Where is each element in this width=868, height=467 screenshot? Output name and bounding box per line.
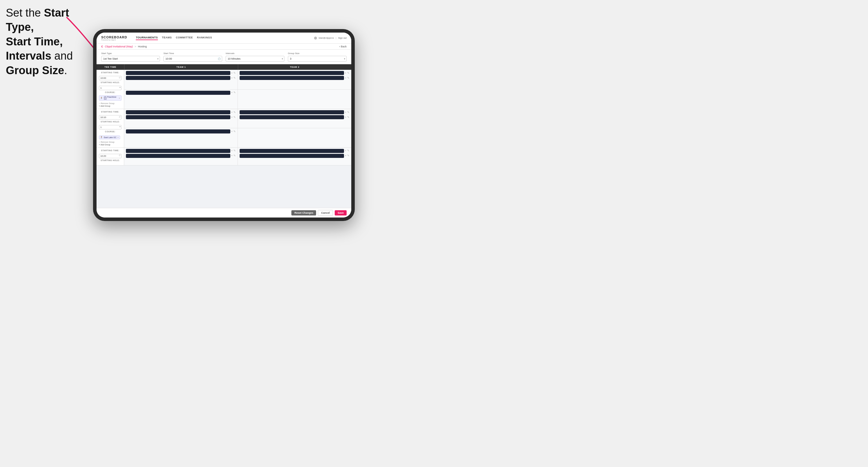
course-name-1: (A) Peachtree GC — [104, 96, 118, 100]
player-e-2a-t2-1[interactable]: ✎ — [347, 111, 349, 114]
group-size-select[interactable]: 3 4 2 — [288, 56, 347, 62]
player-e-2a-t1-2[interactable]: ✎ — [234, 116, 236, 119]
group-row-3: STARTING TIME: ⏱ STARTING HOLE: — [97, 148, 351, 165]
col-header-team2: Team 2 — [238, 64, 351, 70]
player-edit-btn-1b-t1[interactable]: ✎ — [234, 91, 236, 94]
back-link[interactable]: ‹ Back — [339, 45, 347, 48]
nav-bar: SCOREBOARD Powered by clipp'd TOURNAMENT… — [97, 33, 351, 43]
player-input-2a-t1-1[interactable] — [126, 110, 230, 114]
player-x-3a-t2-1[interactable]: × — [345, 150, 346, 152]
player-input-2a-t1-2[interactable] — [126, 115, 230, 119]
player-x-2a-t1-1[interactable]: × — [231, 111, 232, 114]
player-x-3a-t1-2[interactable]: × — [231, 154, 232, 157]
team-row-1a: × ✎ × ✎ — [124, 70, 351, 90]
starting-hole-select-2[interactable]: 1 — [99, 125, 122, 129]
time-icon-3: ⏱ — [119, 154, 121, 156]
player-e-3a-t2-1[interactable]: ✎ — [347, 150, 349, 152]
scroll-content[interactable]: STARTING TIME: ⏱ STARTING HOLE: 1 COURSE… — [97, 70, 351, 208]
starting-time-input-wrap-2: ⏱ — [99, 114, 122, 120]
player-input-1a-t1-2[interactable] — [126, 76, 230, 80]
remove-group-btn-2[interactable]: ○ Remove Group — [99, 141, 122, 143]
player-row-2a-t1-2: × ✎ — [126, 115, 236, 119]
user-avatar — [314, 37, 317, 39]
player-x-3a-t1-1[interactable]: × — [231, 150, 232, 152]
player-x-btn-1a-t1-1[interactable]: × — [231, 72, 232, 74]
course-name-2: East Lake GC — [104, 136, 117, 138]
tournament-name[interactable]: Clippd Invitational (May) — [105, 45, 133, 48]
player-x-btn-1a-t2-2[interactable]: × — [345, 77, 346, 80]
starting-hole-select-1[interactable]: 1 — [99, 86, 122, 90]
nav-link-rankings[interactable]: RANKINGS — [197, 36, 212, 40]
player-x-2a-t1-2[interactable]: × — [231, 116, 232, 119]
reset-changes-button[interactable]: Reset Changes — [291, 210, 316, 215]
start-time-label: Start Time — [163, 52, 222, 55]
sign-out-link[interactable]: Sign out — [338, 37, 347, 39]
add-group-btn-1[interactable]: + Add Group — [99, 105, 122, 107]
player-x-btn-1a-t2-1[interactable]: × — [345, 72, 346, 74]
starting-time-input-2[interactable] — [99, 115, 122, 120]
nav-link-tournaments[interactable]: TOURNAMENTS — [136, 36, 158, 40]
player-x-2b-t1[interactable]: × — [231, 130, 232, 133]
tee-time-panel-2: STARTING TIME: ⏱ STARTING HOLE: 1 COURSE… — [97, 109, 124, 148]
player-x-2a-t2-1[interactable]: × — [345, 111, 346, 114]
start-time-input[interactable] — [163, 56, 222, 62]
nav-link-teams[interactable]: TEAMS — [162, 36, 172, 40]
player-edit-btn-1a-t2-2[interactable]: ✎ — [347, 77, 349, 80]
col-header-tee-time: Tee Time — [97, 64, 124, 70]
player-e-2b-t1[interactable]: ✎ — [234, 130, 236, 133]
group-section-3: STARTING TIME: ⏱ STARTING HOLE: — [97, 148, 351, 165]
teams-panel-1: × ✎ × ✎ — [124, 70, 351, 109]
team-row-3a: × ✎ × ✎ — [124, 148, 351, 165]
player-x-3a-t2-2[interactable]: × — [345, 154, 346, 157]
player-e-3a-t1-1[interactable]: ✎ — [234, 150, 236, 152]
course-chip-1: 🏌 (A) Peachtree GC × — [99, 95, 122, 101]
player-input-1b-t1[interactable] — [126, 91, 230, 95]
player-edit-btn-1a-t2-1[interactable]: ✎ — [347, 72, 349, 74]
start-type-select[interactable]: 1st Tee Start Shotgun Start — [101, 56, 160, 62]
player-e-2a-t1-1[interactable]: ✎ — [234, 111, 236, 114]
course-remove-1[interactable]: × — [119, 97, 120, 99]
player-e-3a-t2-2[interactable]: ✎ — [347, 154, 349, 157]
course-remove-2[interactable]: × — [118, 136, 119, 139]
cancel-button[interactable]: Cancel — [318, 210, 333, 216]
logo-area: SCOREBOARD Powered by clipp'd — [101, 35, 127, 41]
player-edit-btn-1a-t1-1[interactable]: ✎ — [234, 72, 236, 74]
player-input-3a-t1-2[interactable] — [126, 154, 230, 158]
course-icon-2: 🏌 — [100, 136, 103, 138]
nav-link-committee[interactable]: COMMITTEE — [176, 36, 193, 40]
save-button[interactable]: Save — [335, 210, 347, 215]
team1-cell-1b: × ✎ — [124, 90, 238, 109]
player-row-3a-t1-2: × ✎ — [126, 154, 236, 158]
group-section-1: STARTING TIME: ⏱ STARTING HOLE: 1 COURSE… — [97, 70, 351, 109]
player-x-btn-1b-t1[interactable]: × — [231, 91, 232, 94]
intervals-select[interactable]: 10 Minutes 8 Minutes 12 Minutes — [226, 56, 284, 62]
player-input-3a-t2-1[interactable] — [240, 149, 344, 153]
player-edit-btn-1a-t1-2[interactable]: ✎ — [234, 77, 236, 80]
group-size-select-wrapper: 3 4 2 — [288, 56, 347, 62]
team-row-2b: × ✎ — [124, 128, 351, 147]
starting-time-input-1[interactable] — [99, 76, 122, 80]
player-input-2a-t2-2[interactable] — [240, 115, 344, 119]
course-chip-wrap-2: 🏌 East Lake GC × — [99, 134, 122, 139]
starting-time-label-3: STARTING TIME: — [99, 150, 122, 152]
player-input-1a-t1-1[interactable] — [126, 71, 230, 75]
player-input-1a-t2-2[interactable] — [240, 76, 344, 80]
player-input-2b-t1[interactable] — [126, 129, 230, 133]
time-icon-1: ⏱ — [119, 76, 121, 79]
player-e-3a-t1-2[interactable]: ✎ — [234, 154, 236, 157]
player-e-2a-t2-2[interactable]: ✎ — [347, 116, 349, 119]
player-x-btn-1a-t1-2[interactable]: × — [231, 77, 232, 80]
player-input-3a-t1-1[interactable] — [126, 149, 230, 153]
player-input-3a-t2-2[interactable] — [240, 154, 344, 158]
starting-time-input-3[interactable] — [99, 154, 122, 158]
player-x-2a-t2-2[interactable]: × — [345, 116, 346, 119]
course-chip-wrap-1: 🏌 (A) Peachtree GC × — [99, 94, 122, 101]
add-group-btn-2[interactable]: + Add Group — [99, 144, 122, 146]
player-input-2a-t2-1[interactable] — [240, 110, 344, 114]
team2-cell-1a: × ✎ × ✎ — [238, 70, 351, 89]
player-row-1a-t2-2: × ✎ — [240, 76, 349, 80]
bold-start-time: Start Time, — [6, 35, 63, 48]
player-input-1a-t2-1[interactable] — [240, 71, 344, 75]
starting-hole-label-1: STARTING HOLE: — [99, 82, 122, 84]
remove-group-btn-1[interactable]: ○ Remove Group — [99, 102, 122, 104]
